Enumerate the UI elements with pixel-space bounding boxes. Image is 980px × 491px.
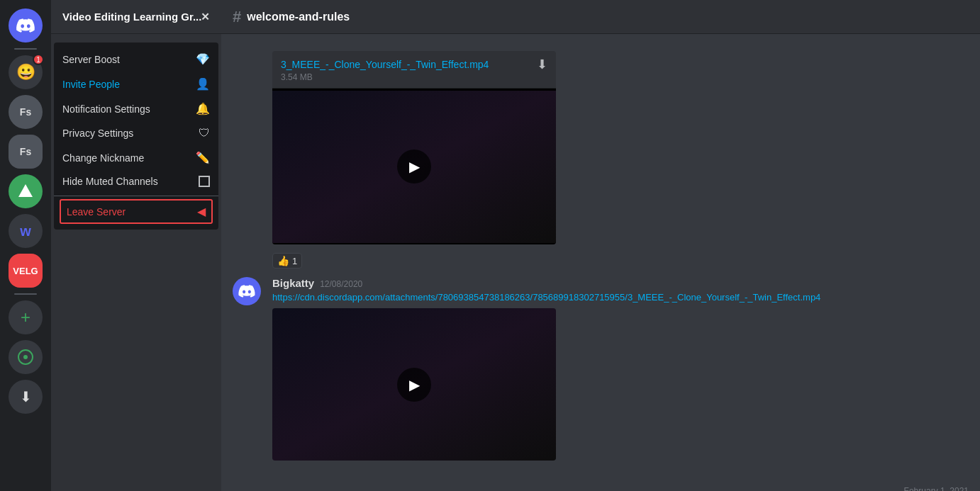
- menu-item-server-boost[interactable]: Server Boost 💎: [54, 47, 218, 72]
- server-icon-velg[interactable]: VELG: [9, 254, 43, 288]
- video-attachment-2[interactable]: ▶: [272, 308, 556, 461]
- server-icon-home[interactable]: [9, 9, 43, 43]
- checkbox-icon: [199, 176, 210, 187]
- video-player-inner-1: ▶: [272, 91, 556, 243]
- video-attachment-1[interactable]: 3_MEEE_-_Clone_Yourself_-_Twin_Effect.mp…: [272, 51, 556, 244]
- play-button-2[interactable]: ▶: [397, 368, 431, 402]
- server-bar: 😀 1 Fs Fs w VELG + ⬇: [0, 0, 51, 491]
- notification-icon: 🔔: [196, 102, 210, 115]
- leave-icon: ◀: [197, 205, 206, 218]
- video-filename-1: 3_MEEE_-_Clone_Yourself_-_Twin_Effect.mp…: [281, 59, 489, 70]
- menu-item-change-nickname[interactable]: Change Nickname ✏️: [54, 145, 218, 170]
- date-divider-feb2021: February 1, 2021: [233, 480, 969, 491]
- invite-icon: 👤: [196, 77, 210, 91]
- server-icon-fs1[interactable]: Fs: [9, 95, 43, 129]
- menu-label-server-boost: Server Boost: [62, 54, 120, 65]
- reaction-thumbsup[interactable]: 👍 1: [272, 253, 302, 269]
- privacy-icon: 🛡: [199, 127, 210, 140]
- author-bigkatty: Bigkatty: [272, 277, 314, 289]
- messages-area[interactable]: 3_MEEE_-_Clone_Yourself_-_Twin_Effect.mp…: [221, 34, 980, 491]
- play-button-1[interactable]: ▶: [397, 149, 431, 184]
- channel-name: welcome-and-rules: [247, 11, 350, 23]
- menu-item-leave-server[interactable]: Leave Server ◀: [60, 199, 213, 224]
- message-row-bigkatty: Bigkatty 12/08/2020 https://cdn.discorda…: [233, 274, 969, 469]
- menu-item-notification-settings[interactable]: Notification Settings 🔔: [54, 96, 218, 121]
- server-divider: [14, 48, 37, 50]
- menu-label-leave-server: Leave Server: [67, 206, 126, 218]
- message-attachment-1: 3_MEEE_-_Clone_Yourself_-_Twin_Effect.mp…: [272, 51, 563, 269]
- svg-marker-0: [18, 184, 33, 197]
- svg-point-2: [23, 355, 28, 359]
- reaction-emoji: 👍: [277, 255, 289, 266]
- server-icon-explore[interactable]: [9, 340, 43, 374]
- menu-item-hide-muted-channels[interactable]: Hide Muted Channels: [54, 170, 218, 193]
- video-filesize-1: 3.54 MB: [281, 72, 547, 82]
- server-icon-emoji[interactable]: 😀 1: [9, 55, 43, 89]
- context-menu: Server Boost 💎 Invite People 👤 Notificat…: [54, 43, 218, 230]
- video-header-1: 3_MEEE_-_Clone_Yourself_-_Twin_Effect.mp…: [272, 51, 556, 89]
- video-player-1[interactable]: ▶: [272, 89, 556, 244]
- server-name-header[interactable]: Video Editing Learning Gr... ✕: [51, 0, 221, 34]
- server-icon-add[interactable]: +: [9, 300, 43, 334]
- server-icon-download[interactable]: ⬇: [9, 380, 43, 414]
- main-content: # welcome-and-rules 3_MEEE_-_Clone_Yours…: [221, 0, 980, 491]
- server-icon-green[interactable]: [9, 174, 43, 208]
- download-button-1[interactable]: ⬇: [537, 57, 547, 72]
- timestamp-bigkatty: 12/08/2020: [320, 279, 362, 289]
- menu-label-notification-settings: Notification Settings: [62, 103, 150, 115]
- message-content-bigkatty: Bigkatty 12/08/2020 https://cdn.discorda…: [272, 277, 969, 466]
- server-icon-w[interactable]: w: [9, 214, 43, 248]
- notification-badge: 1: [33, 54, 44, 65]
- menu-item-invite-people[interactable]: Invite People 👤: [54, 72, 218, 96]
- menu-separator: [54, 196, 218, 196]
- menu-label-change-nickname: Change Nickname: [62, 152, 144, 164]
- server-name-label: Video Editing Learning Gr...: [62, 11, 201, 23]
- menu-item-privacy-settings[interactable]: Privacy Settings 🛡: [54, 121, 218, 145]
- server-divider-2: [14, 293, 37, 295]
- edit-icon: ✏️: [196, 151, 210, 164]
- menu-label-privacy-settings: Privacy Settings: [62, 128, 133, 139]
- avatar-bigkatty: [233, 277, 261, 305]
- channel-header: # welcome-and-rules: [221, 0, 980, 34]
- server-icon-fs2[interactable]: Fs: [9, 135, 43, 169]
- server-boost-icon: 💎: [196, 52, 210, 66]
- message-header-bigkatty: Bigkatty 12/08/2020: [272, 277, 969, 289]
- reaction-count: 1: [292, 256, 297, 266]
- menu-label-hide-muted-channels: Hide Muted Channels: [62, 176, 158, 187]
- channel-header-hash: #: [233, 8, 241, 26]
- sidebar: Video Editing Learning Gr... ✕ Server Bo…: [51, 0, 221, 491]
- menu-label-invite-people: Invite People: [62, 79, 120, 90]
- video-player-2[interactable]: ▶: [272, 308, 556, 461]
- message-link-bigkatty[interactable]: https://cdn.discordapp.com/attachments/7…: [272, 292, 969, 303]
